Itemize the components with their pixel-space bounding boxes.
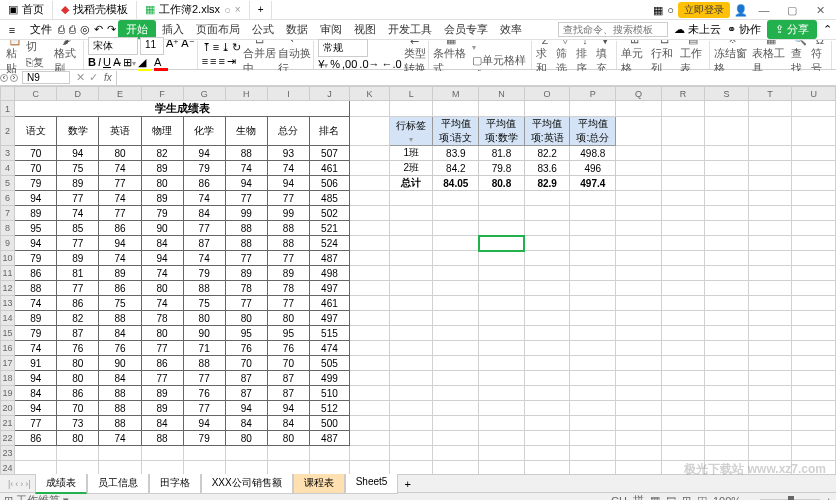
cell[interactable] [748, 296, 792, 311]
cell[interactable] [389, 251, 433, 266]
data-cell[interactable]: 88 [15, 281, 57, 296]
cell[interactable] [792, 206, 836, 221]
cell[interactable] [433, 461, 479, 475]
data-cell[interactable]: 74 [15, 296, 57, 311]
data-cell[interactable]: 499 [309, 371, 349, 386]
data-cell[interactable]: 89 [99, 266, 141, 281]
data-cell[interactable]: 80 [57, 356, 99, 371]
data-cell[interactable]: 70 [57, 401, 99, 416]
data-cell[interactable]: 77 [183, 401, 225, 416]
menu-insert[interactable]: 插入 [156, 22, 190, 37]
pivot-cell[interactable]: 2班 [389, 161, 433, 176]
cell[interactable] [349, 311, 389, 326]
data-cell[interactable]: 90 [99, 356, 141, 371]
cell[interactable] [524, 101, 570, 117]
cell[interactable] [524, 296, 570, 311]
cell[interactable] [433, 386, 479, 401]
data-cell[interactable]: 89 [141, 161, 183, 176]
sheet-tab[interactable]: XXX公司销售额 [201, 473, 293, 494]
cell[interactable] [349, 461, 389, 475]
data-cell[interactable]: 94 [267, 176, 309, 191]
data-cell[interactable]: 79 [183, 161, 225, 176]
bell-icon[interactable]: ○ [667, 4, 674, 16]
underline-button[interactable]: U [103, 56, 111, 72]
row-header[interactable]: 8 [1, 221, 15, 236]
cell[interactable] [748, 266, 792, 281]
col-header[interactable]: E [99, 87, 141, 101]
cell[interactable] [479, 266, 525, 281]
size-select[interactable]: 11 [140, 37, 164, 55]
pivot-total-cell[interactable]: 80.8 [479, 176, 525, 191]
data-cell[interactable]: 506 [309, 176, 349, 191]
data-cell[interactable]: 497 [309, 311, 349, 326]
data-cell[interactable]: 89 [141, 401, 183, 416]
cell[interactable] [705, 101, 749, 117]
header-cell[interactable]: 化学 [183, 117, 225, 146]
data-cell[interactable]: 505 [309, 356, 349, 371]
cell[interactable] [349, 206, 389, 221]
cell[interactable] [349, 386, 389, 401]
data-cell[interactable]: 88 [99, 401, 141, 416]
cell[interactable] [570, 311, 616, 326]
data-cell[interactable]: 84 [99, 371, 141, 386]
col-header[interactable]: O [524, 87, 570, 101]
cell[interactable] [661, 341, 705, 356]
data-cell[interactable]: 82 [141, 146, 183, 161]
cell[interactable] [524, 311, 570, 326]
data-cell[interactable]: 88 [99, 416, 141, 431]
cell[interactable] [479, 206, 525, 221]
col-header[interactable]: K [349, 87, 389, 101]
data-cell[interactable]: 95 [267, 326, 309, 341]
col-header[interactable]: U [792, 87, 836, 101]
cell[interactable] [479, 341, 525, 356]
input-method-icon[interactable]: 拼 [633, 493, 644, 500]
cell[interactable] [616, 416, 662, 431]
data-cell[interactable]: 80 [99, 146, 141, 161]
cell[interactable] [705, 296, 749, 311]
cell[interactable] [349, 326, 389, 341]
data-cell[interactable]: 497 [309, 281, 349, 296]
align-top-icon[interactable]: ⤒ [202, 41, 211, 54]
data-cell[interactable]: 80 [183, 311, 225, 326]
cell[interactable] [705, 117, 749, 146]
cell[interactable] [479, 356, 525, 371]
cell[interactable] [661, 146, 705, 161]
col-header[interactable]: J [309, 87, 349, 101]
data-cell[interactable]: 94 [225, 176, 267, 191]
pivot-total-cell[interactable]: 总计 [389, 176, 433, 191]
pivot-total-cell[interactable]: 82.9 [524, 176, 570, 191]
cell[interactable] [705, 236, 749, 251]
undo-icon[interactable]: ↶ [94, 23, 103, 36]
cell[interactable] [479, 311, 525, 326]
data-cell[interactable]: 87 [57, 326, 99, 341]
cell[interactable] [349, 296, 389, 311]
data-cell[interactable]: 86 [15, 431, 57, 446]
zoom-level[interactable]: 100% [713, 495, 741, 501]
row-header[interactable]: 23 [1, 446, 15, 461]
cell[interactable] [748, 371, 792, 386]
cell[interactable] [349, 251, 389, 266]
data-cell[interactable]: 77 [99, 206, 141, 221]
cell[interactable] [705, 146, 749, 161]
cell[interactable] [705, 326, 749, 341]
cell[interactable] [524, 371, 570, 386]
cell[interactable] [349, 266, 389, 281]
cell[interactable] [183, 461, 225, 475]
cell[interactable] [389, 341, 433, 356]
cell[interactable] [748, 431, 792, 446]
number-format-select[interactable]: 常规 [318, 39, 368, 57]
row-header[interactable]: 2 [1, 117, 15, 146]
data-cell[interactable]: 84 [15, 386, 57, 401]
cell[interactable] [616, 311, 662, 326]
minimize-button[interactable]: — [752, 2, 776, 18]
data-cell[interactable]: 88 [267, 221, 309, 236]
cell[interactable] [349, 221, 389, 236]
cell[interactable] [661, 371, 705, 386]
data-cell[interactable]: 75 [183, 296, 225, 311]
sheet-tab[interactable]: Sheet5 [345, 473, 399, 494]
login-badge[interactable]: 立即登录 [678, 2, 730, 18]
cell[interactable] [570, 356, 616, 371]
data-cell[interactable]: 88 [183, 281, 225, 296]
cell[interactable] [616, 401, 662, 416]
row-header[interactable]: 15 [1, 326, 15, 341]
